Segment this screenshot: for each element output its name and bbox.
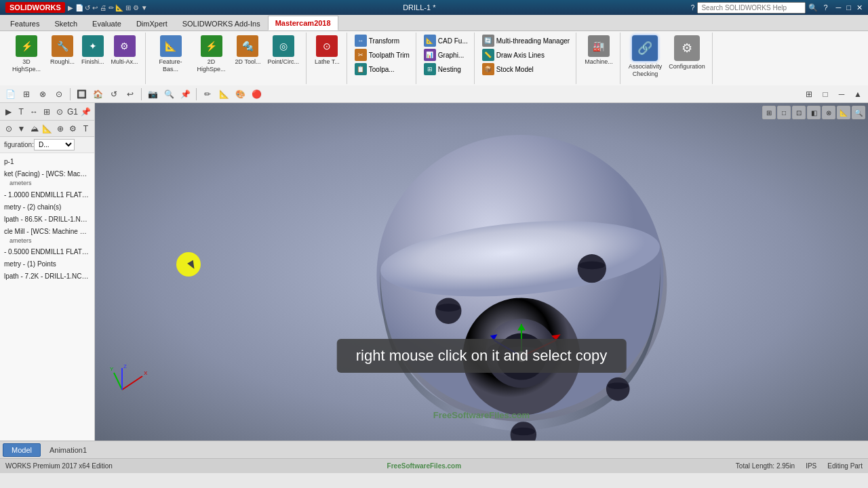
tree-item-facing[interactable]: ket (Facing) - [WCS: Machine Pla ameters	[1, 168, 93, 189]
panel-btn-cursor[interactable]: ▶	[3, 104, 14, 119]
toolpa-icon: 📋	[355, 63, 367, 75]
toolbar-btn-5[interactable]: 🔲	[74, 87, 89, 102]
panel-btn-g1[interactable]: G1	[66, 104, 79, 119]
toolbar-btn-15[interactable]: 🔴	[249, 87, 264, 102]
maximize-button[interactable]: □	[846, 3, 851, 12]
tab-features[interactable]: Features	[3, 16, 47, 30]
cmd-tab-animation[interactable]: Animation1	[41, 443, 96, 457]
tree-item-toolpath1[interactable]: lpath - 86.5K - DRILL-1.NC - Prog	[1, 214, 93, 226]
ribbon-item-roughing[interactable]: 🔧 Roughi...	[47, 34, 77, 67]
nesting-label: Nesting	[438, 66, 461, 73]
panel-btn-grid[interactable]: ⊞	[41, 104, 52, 119]
panel-btn2-t[interactable]: T	[80, 121, 92, 136]
panel-btn2-mnt[interactable]: ⛰	[28, 121, 40, 136]
machine-icon: 🏭	[588, 35, 610, 57]
ribbon-item-featurebased[interactable]: 📐 Feature-Bas...	[151, 34, 191, 75]
tab-mastercam[interactable]: Mastercam2018	[268, 16, 338, 30]
view-btn-2[interactable]: □	[777, 106, 791, 119]
toolbar-btn-8[interactable]: ↩	[123, 87, 138, 102]
ribbon-item-stockmodel[interactable]: 📦 Stock Model	[480, 62, 572, 76]
search-icon[interactable]: 🔍	[808, 3, 818, 12]
panel-btn2-angle[interactable]: 📐	[41, 121, 53, 136]
ribbon-item-associativity[interactable]: 🔗 AssociativityChecking	[626, 34, 665, 79]
view-btn-3[interactable]: ⊡	[792, 106, 806, 119]
toolbar-btn-1[interactable]: 📄	[3, 87, 18, 102]
toolbar-btn-12[interactable]: ✏	[200, 87, 215, 102]
ribbon-item-2dtool[interactable]: 🔩 2D Tool...	[233, 34, 264, 67]
tree-item-geometry2[interactable]: metry - (1) Points	[1, 258, 93, 270]
ribbon-item-nesting[interactable]: ⊞ Nesting	[422, 62, 470, 76]
tree-item-p1[interactable]: p-1	[1, 156, 93, 168]
toolbar-btn-right-3[interactable]: ─	[834, 87, 849, 102]
feature-tree: p-1 ket (Facing) - [WCS: Machine Pla ame…	[0, 153, 94, 441]
toolbar-btn-right-1[interactable]: ⊞	[802, 87, 816, 102]
help-question[interactable]: ?	[823, 3, 827, 12]
ribbon-item-cadfu[interactable]: 📐 CAD Fu...	[422, 34, 470, 47]
view-btn-4[interactable]: ◧	[807, 106, 821, 119]
ribbon-item-transform[interactable]: ↔ Transform	[353, 34, 412, 47]
view-btn-7[interactable]: 🔍	[852, 106, 865, 119]
panel-btn2-circle[interactable]: ⊙	[3, 121, 14, 136]
ribbon-item-toolpathtrim[interactable]: ✂ Toolpath Trim	[353, 48, 412, 62]
toolbar-btn-13[interactable]: 📐	[216, 87, 231, 102]
mt-small-group: 🔄 Multi-threading Manager 📏 Draw Axis Li…	[480, 34, 572, 76]
titlebar: SOLIDWORKS ▶ 📄 ↺ ↩ 🖨 ✏ 📐 ⊞ ⚙ ▼ DRILL-1 *…	[0, 0, 868, 15]
tab-dimxpert[interactable]: DimXpert	[129, 16, 175, 30]
ribbon-item-machine[interactable]: 🏭 Machine...	[582, 34, 616, 67]
view-btn-5[interactable]: ⊗	[822, 106, 835, 119]
ribbon-item-multiax[interactable]: ⚙ Multi-Ax...	[108, 34, 141, 67]
titlebar-left: SOLIDWORKS ▶ 📄 ↺ ↩ 🖨 ✏ 📐 ⊞ ⚙ ▼	[5, 2, 148, 13]
toolbar-btn-2[interactable]: ⊞	[19, 87, 34, 102]
tree-item-circlemill[interactable]: cle Mill - [WCS: Machine Plane] - ameter…	[1, 226, 93, 247]
toolbar-btn-right-2[interactable]: □	[818, 87, 833, 102]
svg-line-24	[122, 376, 142, 390]
ribbon-item-2dhighspeed[interactable]: ⚡ 2D HighSpe...	[192, 34, 231, 75]
tab-evaluate[interactable]: Evaluate	[85, 16, 129, 30]
toolbar-btn-7[interactable]: ↺	[106, 87, 121, 102]
tree-item-toolpath2[interactable]: lpath - 7.2K - DRILL-1.NC - Progr...	[1, 270, 93, 283]
panel-btn2-gear[interactable]: ⚙	[67, 121, 79, 136]
minimize-button[interactable]: ─	[836, 3, 842, 12]
panel-btn-pin[interactable]: 📌	[80, 104, 92, 119]
ribbon-item-finishing[interactable]: ✦ Finishi...	[79, 34, 107, 67]
tab-sketch[interactable]: Sketch	[47, 16, 85, 30]
toolbar-btn-14[interactable]: 🎨	[233, 87, 248, 102]
search-input[interactable]	[697, 2, 806, 14]
toolbar-btn-6[interactable]: 🏠	[90, 87, 105, 102]
view-btn-6[interactable]: 📐	[837, 106, 850, 119]
toolbar-btn-3[interactable]: ⊗	[35, 87, 50, 102]
panel-btn2-plus[interactable]: ⊕	[54, 121, 66, 136]
tab-solidworks-addins[interactable]: SOLIDWORKS Add-Ins	[175, 16, 268, 30]
help-icon[interactable]: ?	[691, 4, 695, 12]
viewport[interactable]: X Y Z right mouse click on it and select…	[95, 103, 868, 441]
ribbon-item-3dhighspeed[interactable]: ⚡ 3D HighSpe...	[7, 34, 46, 75]
title-text: DRILL-1 *	[148, 3, 691, 12]
cmd-tab-model[interactable]: Model	[3, 443, 41, 457]
ribbon-item-drawaxislines[interactable]: 📏 Draw Axis Lines	[480, 48, 572, 62]
toolbar-btn-4[interactable]: ⊙	[52, 87, 66, 102]
titlebar-right: ? 🔍 ? ─ □ ✕	[691, 2, 863, 14]
toolbar-btn-right-4[interactable]: ▲	[850, 87, 865, 102]
panel-btn-arrow[interactable]: ↔	[28, 104, 40, 119]
ribbon-item-graphi[interactable]: 📊 Graphi...	[422, 48, 470, 62]
panel-btn-t[interactable]: T	[16, 104, 27, 119]
ribbon-item-multithreading[interactable]: 🔄 Multi-threading Manager	[480, 34, 572, 47]
ribbon-item-configuration[interactable]: ⚙ Configuration	[666, 34, 708, 72]
close-button[interactable]: ✕	[856, 3, 863, 12]
toolbar-btn-9[interactable]: 📷	[145, 87, 160, 102]
view-btn-1[interactable]: ⊞	[762, 106, 776, 119]
config-select[interactable]: D...	[34, 139, 75, 150]
separator-3	[196, 88, 197, 100]
panel-btn-circle[interactable]: ⊙	[54, 104, 65, 119]
ribbon-item-lathe[interactable]: ⊙ Lathe T...	[312, 34, 342, 67]
toolbar-btn-10[interactable]: 🔍	[161, 87, 176, 102]
ribbon-item-toolpa[interactable]: 📋 Toolpa...	[353, 62, 412, 76]
ribbon-group-cad: 📐 CAD Fu... 📊 Graphi... ⊞ Nesting	[418, 33, 475, 84]
tree-item-endmill1[interactable]: - 1.0000 ENDMILL1 FLAT - 1 INCH	[1, 189, 93, 201]
tree-item-endmill2[interactable]: - 0.5000 ENDMILL1 FLAT - 1/2 FL...	[1, 246, 93, 258]
tree-item-geometry1[interactable]: metry - (2) chain(s)	[1, 201, 93, 214]
toolbar-btn-11[interactable]: 📌	[178, 87, 193, 102]
panel-btn2-down[interactable]: ▼	[16, 121, 27, 136]
left-panel: ▶ T ↔ ⊞ ⊙ G1 📌 ⊙ ▼ ⛰ 📐 ⊕ ⚙ T figuration:…	[0, 103, 95, 441]
ribbon-item-pointcirc[interactable]: ◎ Point/Circ...	[264, 34, 302, 67]
